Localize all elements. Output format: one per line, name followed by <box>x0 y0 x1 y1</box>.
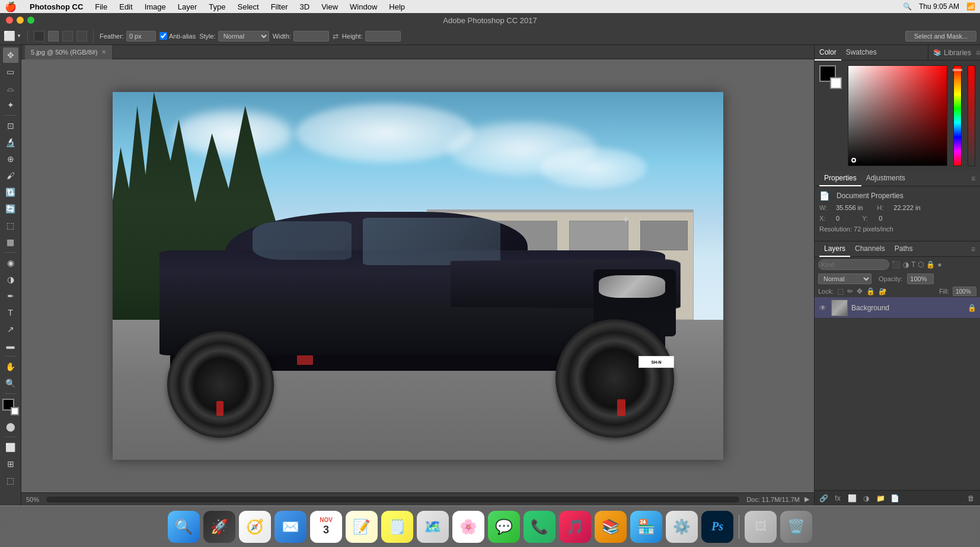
dodge-tool[interactable]: ◑ <box>3 272 18 287</box>
menu-search-icon[interactable]: 🔍 <box>903 2 912 11</box>
dock-calendar[interactable]: NOV3 <box>310 511 342 543</box>
feather-input[interactable] <box>126 31 156 42</box>
antialias-checkbox[interactable] <box>159 32 167 40</box>
hand-tool[interactable]: ✋ <box>3 359 18 374</box>
close-button[interactable] <box>6 17 13 24</box>
lock-position-icon[interactable]: ✥ <box>857 287 863 295</box>
dock-launchpad[interactable]: 🚀 <box>203 511 235 543</box>
healing-tool[interactable]: ⊕ <box>3 151 18 167</box>
blur-tool[interactable]: ◉ <box>3 255 18 271</box>
properties-panel-menu[interactable]: ≡ <box>971 174 975 183</box>
adjustments-tab[interactable]: Adjustments <box>861 171 910 186</box>
filter-smart-icon[interactable]: 🔒 <box>926 260 935 269</box>
color-alpha[interactable] <box>968 65 976 166</box>
new-layer-button[interactable]: 📄 <box>888 493 901 504</box>
layer-menu[interactable]: Layer <box>178 2 197 11</box>
3d-menu[interactable]: 3D <box>300 2 310 11</box>
background-color[interactable] <box>11 407 19 415</box>
dock-systemprefs[interactable]: ⚙️ <box>666 511 698 543</box>
window-menu[interactable]: Window <box>350 2 377 11</box>
dock-messages[interactable]: 💬 <box>488 511 520 543</box>
zoom-tool[interactable]: 🔍 <box>3 376 18 391</box>
color-spectrum[interactable] <box>953 65 962 166</box>
frame-tool[interactable]: ⬚ <box>3 473 18 488</box>
properties-tab[interactable]: Properties <box>819 171 861 186</box>
select-menu[interactable]: Select <box>237 2 258 11</box>
help-menu[interactable]: Help <box>389 2 405 11</box>
close-tab-icon[interactable]: ✕ <box>101 49 106 55</box>
dock-music[interactable]: 🎵 <box>559 511 591 543</box>
lock-extra-icon[interactable]: 🔐 <box>879 288 887 295</box>
blend-mode-select[interactable]: Normal Multiply Screen Overlay <box>818 274 872 284</box>
dock-maps[interactable]: 🗺️ <box>417 511 449 543</box>
opacity-input[interactable] <box>907 274 934 284</box>
group-button[interactable]: 📁 <box>874 493 887 504</box>
apple-menu[interactable]: 🍎 <box>5 1 17 12</box>
move-tool[interactable]: ✥ <box>3 47 18 63</box>
color-tab[interactable]: Color <box>815 45 841 61</box>
dock-trash[interactable]: 🗑️ <box>780 511 812 543</box>
layer-background[interactable]: 👁 Background 🔒 <box>815 297 980 319</box>
fill-input[interactable] <box>953 287 976 296</box>
lock-paint-icon[interactable]: ✏ <box>847 287 853 295</box>
artboard-tool[interactable]: ⊞ <box>3 456 18 472</box>
tool-preset-arrow[interactable]: ▼ <box>17 33 21 39</box>
dock-mail[interactable]: ✉️ <box>274 511 307 543</box>
filter-clear-icon[interactable]: ● <box>937 260 941 269</box>
dock-preview[interactable]: 🖼 <box>745 511 777 543</box>
quick-mask-tool[interactable]: ⬤ <box>3 419 18 434</box>
marquee-tool[interactable]: ▭ <box>3 64 18 79</box>
bg-color-swatch[interactable] <box>830 77 842 89</box>
shape-tool[interactable]: ▬ <box>3 338 18 354</box>
width-input[interactable] <box>293 31 329 42</box>
fx-button[interactable]: fx <box>831 493 844 504</box>
type-menu[interactable]: Type <box>209 2 225 11</box>
filter-adjustment-icon[interactable]: ◑ <box>903 260 909 269</box>
filter-menu[interactable]: Filter <box>271 2 288 11</box>
eraser-tool[interactable]: ⬚ <box>3 218 18 233</box>
color-gradient[interactable] <box>848 65 947 166</box>
swatches-tab[interactable]: Swatches <box>841 45 882 61</box>
lasso-tool[interactable]: ⌓ <box>3 81 18 96</box>
dock-notes[interactable]: 📝 <box>346 511 378 543</box>
status-arrow[interactable]: ▶ <box>805 495 809 503</box>
clone-tool[interactable]: 🔃 <box>3 185 18 200</box>
lock-all-icon[interactable]: 🔒 <box>866 287 875 295</box>
maximize-button[interactable] <box>27 17 34 24</box>
filter-pixel-icon[interactable]: ⬛ <box>892 260 901 269</box>
delete-layer-button[interactable]: 🗑 <box>965 493 978 504</box>
dock-stickies[interactable]: 🗒️ <box>381 511 413 543</box>
minimize-button[interactable] <box>17 17 24 24</box>
dock-appstore[interactable]: 🏪 <box>630 511 662 543</box>
filter-text-icon[interactable]: T <box>911 260 915 269</box>
kind-search-input[interactable] <box>818 259 889 270</box>
copy-icon[interactable] <box>62 31 73 42</box>
color-panel-menu[interactable]: ≡ <box>976 49 980 57</box>
layers-tab[interactable]: Layers <box>819 241 850 257</box>
pen-tool[interactable]: ✒ <box>3 288 18 304</box>
app-menu[interactable]: Photoshop CC <box>30 2 83 11</box>
history-brush-tool[interactable]: 🔄 <box>3 201 18 217</box>
dock-photoshop[interactable]: Ps <box>701 511 733 543</box>
layers-panel-menu[interactable]: ≡ <box>971 245 975 253</box>
height-input[interactable] <box>365 31 401 42</box>
mask-button[interactable]: ⬜ <box>845 493 858 504</box>
brush-tool[interactable]: 🖌 <box>3 168 18 183</box>
image-menu[interactable]: Image <box>145 2 166 11</box>
layer-visibility-icon[interactable]: 👁 <box>818 303 828 313</box>
lock-transparent-icon[interactable]: ⬚ <box>837 287 844 295</box>
dock-facetime[interactable]: 📞 <box>523 511 556 543</box>
swap-icon[interactable]: ⇄ <box>333 32 339 40</box>
adjustment-button[interactable]: ◑ <box>860 493 873 504</box>
dock-finder[interactable]: 🔍 <box>168 511 200 543</box>
style-select[interactable]: Normal Fixed Ratio Fixed Size <box>218 31 269 42</box>
eyedropper-tool[interactable]: 🔬 <box>3 135 18 150</box>
paths-tab[interactable]: Paths <box>890 241 918 257</box>
libraries-tab[interactable]: 📚 Libraries <box>928 49 976 57</box>
dock-photos[interactable]: 🌸 <box>452 511 484 543</box>
crop-tool[interactable]: ⊡ <box>3 118 18 133</box>
layer-icon[interactable] <box>34 31 44 42</box>
screen-mode-tool[interactable]: ⬜ <box>3 440 18 455</box>
channel-icon[interactable] <box>48 31 59 42</box>
text-tool[interactable]: T <box>3 305 18 320</box>
